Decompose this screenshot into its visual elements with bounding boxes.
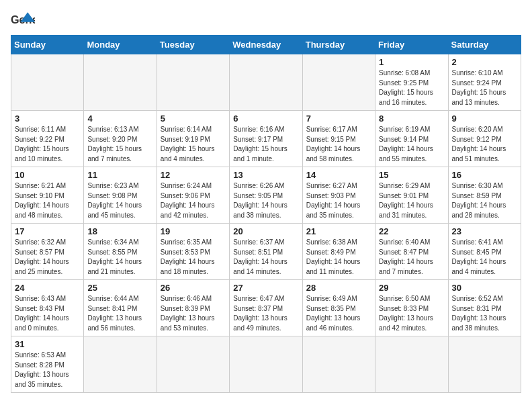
day-info: Sunrise: 6:26 AM Sunset: 9:05 PM Dayligh… (233, 181, 298, 220)
day-number: 26 (161, 283, 226, 293)
day-number: 31 (15, 339, 80, 349)
calendar-cell: 28Sunrise: 6:49 AM Sunset: 8:35 PM Dayli… (302, 280, 375, 336)
day-number: 11 (87, 170, 152, 180)
calendar-cell: 5Sunrise: 6:14 AM Sunset: 9:19 PM Daylig… (157, 111, 229, 167)
day-number: 16 (452, 170, 517, 180)
calendar-week-2: 10Sunrise: 6:21 AM Sunset: 9:10 PM Dayli… (11, 167, 521, 224)
calendar-cell (375, 336, 448, 393)
day-info: Sunrise: 6:35 AM Sunset: 8:53 PM Dayligh… (161, 238, 226, 277)
calendar-cell (157, 54, 229, 111)
day-info: Sunrise: 6:17 AM Sunset: 9:15 PM Dayligh… (306, 125, 371, 164)
day-number: 8 (379, 113, 444, 124)
calendar-cell (230, 54, 302, 111)
calendar-cell: 20Sunrise: 6:37 AM Sunset: 8:51 PM Dayli… (230, 224, 302, 280)
day-number: 3 (15, 113, 80, 124)
calendar-cell: 16Sunrise: 6:30 AM Sunset: 8:59 PM Dayli… (448, 167, 521, 224)
day-number: 28 (306, 283, 371, 293)
day-number: 9 (452, 113, 517, 124)
dow-header-tuesday: Tuesday (157, 36, 229, 54)
calendar-cell: 24Sunrise: 6:43 AM Sunset: 8:43 PM Dayli… (11, 280, 84, 336)
calendar-cell: 6Sunrise: 6:16 AM Sunset: 9:17 PM Daylig… (230, 111, 302, 167)
calendar-cell (157, 336, 229, 393)
day-number: 6 (233, 113, 298, 124)
dow-header-monday: Monday (84, 36, 157, 54)
day-info: Sunrise: 6:24 AM Sunset: 9:06 PM Dayligh… (161, 181, 226, 220)
calendar-cell: 29Sunrise: 6:50 AM Sunset: 8:33 PM Dayli… (375, 280, 448, 336)
dow-header-sunday: Sunday (11, 36, 84, 54)
calendar-cell: 18Sunrise: 6:34 AM Sunset: 8:55 PM Dayli… (84, 224, 157, 280)
calendar-cell: 31Sunrise: 6:53 AM Sunset: 8:28 PM Dayli… (11, 336, 84, 393)
calendar-cell (230, 336, 302, 393)
day-info: Sunrise: 6:34 AM Sunset: 8:55 PM Dayligh… (87, 238, 152, 277)
calendar-cell: 4Sunrise: 6:13 AM Sunset: 9:20 PM Daylig… (84, 111, 157, 167)
day-info: Sunrise: 6:27 AM Sunset: 9:03 PM Dayligh… (306, 181, 371, 220)
day-info: Sunrise: 6:44 AM Sunset: 8:41 PM Dayligh… (87, 294, 152, 333)
day-number: 29 (379, 283, 444, 293)
logo-icon: General (11, 11, 35, 30)
day-number: 1 (379, 57, 444, 67)
day-number: 24 (15, 283, 80, 293)
calendar-cell: 14Sunrise: 6:27 AM Sunset: 9:03 PM Dayli… (302, 167, 375, 224)
day-number: 18 (87, 226, 152, 236)
calendar-cell: 15Sunrise: 6:29 AM Sunset: 9:01 PM Dayli… (375, 167, 448, 224)
calendar-cell: 26Sunrise: 6:46 AM Sunset: 8:39 PM Dayli… (157, 280, 229, 336)
calendar-cell: 17Sunrise: 6:32 AM Sunset: 8:57 PM Dayli… (11, 224, 84, 280)
day-number: 30 (452, 283, 517, 293)
day-number: 13 (233, 170, 298, 180)
day-number: 25 (87, 283, 152, 293)
day-info: Sunrise: 6:43 AM Sunset: 8:43 PM Dayligh… (15, 294, 80, 333)
day-info: Sunrise: 6:50 AM Sunset: 8:33 PM Dayligh… (379, 294, 444, 333)
day-info: Sunrise: 6:29 AM Sunset: 9:01 PM Dayligh… (379, 181, 444, 220)
calendar-cell (302, 336, 375, 393)
calendar-cell (302, 54, 375, 111)
day-number: 21 (306, 226, 371, 236)
day-info: Sunrise: 6:11 AM Sunset: 9:22 PM Dayligh… (15, 125, 80, 164)
calendar-cell (84, 336, 157, 393)
day-info: Sunrise: 6:30 AM Sunset: 8:59 PM Dayligh… (452, 181, 517, 220)
calendar-cell (84, 54, 157, 111)
day-number: 14 (306, 170, 371, 180)
calendar-cell: 2Sunrise: 6:10 AM Sunset: 9:24 PM Daylig… (448, 54, 521, 111)
calendar-week-5: 31Sunrise: 6:53 AM Sunset: 8:28 PM Dayli… (11, 336, 521, 393)
calendar-cell: 9Sunrise: 6:20 AM Sunset: 9:12 PM Daylig… (448, 111, 521, 167)
day-number: 22 (379, 226, 444, 236)
calendar-cell: 21Sunrise: 6:38 AM Sunset: 8:49 PM Dayli… (302, 224, 375, 280)
calendar-cell: 22Sunrise: 6:40 AM Sunset: 8:47 PM Dayli… (375, 224, 448, 280)
day-number: 4 (87, 113, 152, 124)
day-number: 12 (161, 170, 226, 180)
day-info: Sunrise: 6:19 AM Sunset: 9:14 PM Dayligh… (379, 125, 444, 164)
calendar-cell: 27Sunrise: 6:47 AM Sunset: 8:37 PM Dayli… (230, 280, 302, 336)
calendar-week-0: 1Sunrise: 6:08 AM Sunset: 9:25 PM Daylig… (11, 54, 521, 111)
day-info: Sunrise: 6:13 AM Sunset: 9:20 PM Dayligh… (87, 125, 152, 164)
day-number: 5 (161, 113, 226, 124)
dow-header-thursday: Thursday (302, 36, 375, 54)
calendar-cell: 23Sunrise: 6:41 AM Sunset: 8:45 PM Dayli… (448, 224, 521, 280)
calendar-cell (448, 336, 521, 393)
day-info: Sunrise: 6:38 AM Sunset: 8:49 PM Dayligh… (306, 238, 371, 277)
day-info: Sunrise: 6:52 AM Sunset: 8:31 PM Dayligh… (452, 294, 517, 333)
day-info: Sunrise: 6:49 AM Sunset: 8:35 PM Dayligh… (306, 294, 371, 333)
day-info: Sunrise: 6:20 AM Sunset: 9:12 PM Dayligh… (452, 125, 517, 164)
day-number: 20 (233, 226, 298, 236)
calendar-week-3: 17Sunrise: 6:32 AM Sunset: 8:57 PM Dayli… (11, 224, 521, 280)
day-info: Sunrise: 6:32 AM Sunset: 8:57 PM Dayligh… (15, 238, 80, 277)
day-number: 15 (379, 170, 444, 180)
calendar-cell: 30Sunrise: 6:52 AM Sunset: 8:31 PM Dayli… (448, 280, 521, 336)
dow-header-friday: Friday (375, 36, 448, 54)
calendar-cell: 10Sunrise: 6:21 AM Sunset: 9:10 PM Dayli… (11, 167, 84, 224)
calendar-week-4: 24Sunrise: 6:43 AM Sunset: 8:43 PM Dayli… (11, 280, 521, 336)
day-info: Sunrise: 6:40 AM Sunset: 8:47 PM Dayligh… (379, 238, 444, 277)
day-number: 17 (15, 226, 80, 236)
day-info: Sunrise: 6:16 AM Sunset: 9:17 PM Dayligh… (233, 125, 298, 164)
dow-header-wednesday: Wednesday (230, 36, 302, 54)
day-number: 19 (161, 226, 226, 236)
calendar-cell (11, 54, 84, 111)
logo: General (11, 11, 38, 30)
day-number: 23 (452, 226, 517, 236)
calendar-table: SundayMondayTuesdayWednesdayThursdayFrid… (11, 35, 521, 393)
calendar-cell: 25Sunrise: 6:44 AM Sunset: 8:41 PM Dayli… (84, 280, 157, 336)
calendar-cell: 7Sunrise: 6:17 AM Sunset: 9:15 PM Daylig… (302, 111, 375, 167)
day-number: 10 (15, 170, 80, 180)
day-info: Sunrise: 6:37 AM Sunset: 8:51 PM Dayligh… (233, 238, 298, 277)
day-info: Sunrise: 6:46 AM Sunset: 8:39 PM Dayligh… (161, 294, 226, 333)
